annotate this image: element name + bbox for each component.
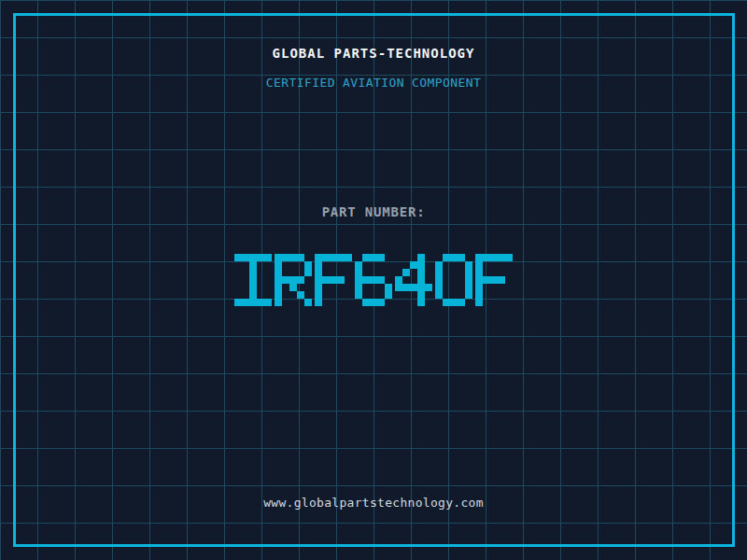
company-title: GLOBAL PARTS-TECHNOLOGY xyxy=(0,46,747,61)
part-number-label: PART NUMBER: xyxy=(0,204,747,219)
blueprint-card: GLOBAL PARTS-TECHNOLOGY CERTIFIED AVIATI… xyxy=(0,0,747,560)
website-url: www.globalpartstechnology.com xyxy=(0,496,747,510)
part-number-display xyxy=(0,254,747,306)
certification-subtitle: CERTIFIED AVIATION COMPONENT xyxy=(0,76,747,90)
